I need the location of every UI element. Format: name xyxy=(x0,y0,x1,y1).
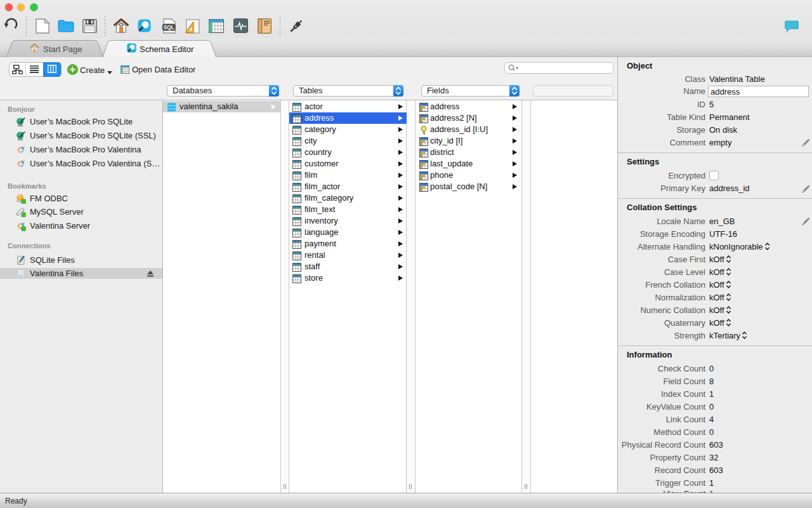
svg-text:SQL: SQL xyxy=(164,24,174,30)
